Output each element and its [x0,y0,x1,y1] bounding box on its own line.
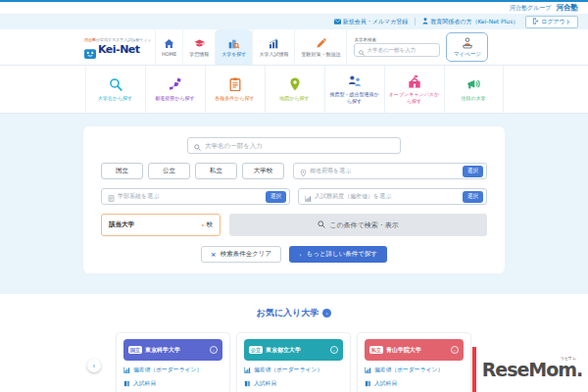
school-icon [408,74,421,90]
exam-subjects-link[interactable]: 入試科目 [244,379,343,388]
matched-unit: 校 [207,220,214,229]
type-national-button[interactable]: 国立 [101,163,143,179]
header-search-label: 大学名検索 [354,37,440,42]
category-open-campus[interactable]: オープンキャンパスから探す [384,66,444,113]
nav-exam-info[interactable]: 大学入試情報 [252,29,294,65]
register-link[interactable]: 新規会員・メルマガ登録 [334,18,409,26]
brand-bar: 河合塾グループ 河合塾 [0,2,588,14]
nav-home[interactable]: HOME [155,29,182,65]
carousel-left-button[interactable]: ‹ [87,359,101,372]
chevron-right-icon[interactable]: › [322,309,331,318]
header-search: 大学名検索 [354,29,440,65]
difficulty-select-button[interactable]: 選択 [463,191,483,203]
chevron-right-icon: › [451,346,459,354]
type-badge: 私立 [369,346,383,354]
kawaijuku-logo[interactable]: 河合塾 [557,3,579,13]
search-icon [194,136,201,155]
favorite-card-public: 公立 東京都立大学 › 偏差値（ボーダーライン） 入試科目 [236,332,351,392]
university-link[interactable]: 公立 東京都立大学 › [244,339,343,361]
search-band: 国立 公立 私立 大学校 都道府県を選ぶ 選択 学部系統を選ぶ 選択 [0,114,588,294]
category-by-recommendation[interactable]: 推薦型・総合型選抜から探す [324,66,384,113]
bar-chart-icon [269,38,279,50]
category-row: 大学名から探す 都道府県から探す 各種条件から探す 地図から探す 推薦型・総合型… [0,65,588,114]
grad-cap-icon [194,38,205,50]
main-header: 河合塾が提供する大学入試情報サイト Kei-Net HOME 学習情報 大学を探… [0,29,588,65]
resemom-watermark: リセマム ReseMom. [472,347,588,392]
border-line-link[interactable]: 偏差値（ボーダーライン） [365,366,464,374]
page: 河合塾グループ 河合塾 新規会員・メルマガ登録 教育関係者の方（Kei-Net … [0,0,588,392]
university-search-icon [228,38,239,50]
matched-universities-box: 該当大学 - 校 [101,214,220,236]
resemom-ruby: リセマム [561,357,576,361]
chart-icon [123,367,130,374]
resemom-logo: リセマム ReseMom. [476,361,588,379]
type-private-button[interactable]: 私立 [195,163,237,179]
type-badge: 公立 [249,346,263,354]
faculty-field[interactable]: 学部系統を選ぶ 選択 [101,188,290,205]
border-line-link[interactable]: 偏差値（ボーダーライン） [244,366,343,374]
educators-link[interactable]: 教育関係者の方（Kei-Net Plus） [422,18,518,26]
university-link[interactable]: 国立 東京科学大学 › [123,339,222,361]
map-pin-icon [300,162,307,180]
divider [415,18,416,25]
megaphone-icon [466,77,480,93]
category-by-prefecture[interactable]: 都道府県から探す [145,66,205,113]
clear-conditions-button[interactable]: × 検索条件全クリア [201,246,281,263]
university-link[interactable]: 私立 青山学院大学 › [365,339,464,361]
people-icon [348,74,362,90]
prefecture-field[interactable]: 都道府県を選ぶ 選択 [293,163,487,179]
exam-subjects-link[interactable]: 入試科目 [123,379,222,388]
japan-map-icon [169,77,182,93]
prefecture-select-button[interactable]: 選択 [463,166,483,177]
chart-icon [365,367,371,374]
mypage-person-icon [462,37,473,50]
utility-bar: 新規会員・メルマガ登録 教育関係者の方（Kei-Net Plus） ログアウト [0,14,588,29]
difficulty-field[interactable]: 入試難易度（偏差値）を選ぶ 選択 [298,188,487,205]
exam-subjects-link[interactable]: 入試科目 [365,379,464,388]
border-line-link[interactable]: 偏差値（ボーダーライン） [123,366,222,374]
favorite-card-private: 私立 青山学院大学 › 偏差値（ボーダーライン） 入試科目 [357,332,471,392]
close-icon: × [211,251,217,259]
category-by-conditions[interactable]: 各種条件から探す [205,66,265,113]
detailed-search-button[interactable]: › もっと詳しい条件で探す [289,246,387,263]
search-submit-button[interactable]: この条件で検索・表示 [229,214,487,236]
type-badge: 国立 [128,346,142,354]
university-name-input[interactable] [205,142,394,150]
category-by-name[interactable]: 大学名から探す [85,66,145,113]
type-college-button[interactable]: 大学校 [242,163,284,179]
clipboard-icon [228,77,242,93]
matched-label: 該当大学 [109,220,200,229]
search-icon [318,220,325,230]
bar-chart-icon [305,187,312,206]
mypage-button[interactable]: マイページ [446,32,488,62]
group-label: 河合塾グループ [510,4,551,13]
type-public-button[interactable]: 公立 [148,163,190,179]
keinet-logo-text: Kei-Net [98,43,140,56]
chevron-right-icon: › [299,251,301,258]
search-panel: 国立 公立 私立 大学校 都道府県を選ぶ 選択 学部系統を選ぶ 選択 [83,126,505,273]
map-pin-icon [288,77,302,93]
nav-find-university[interactable]: 大学を探す [215,29,252,65]
book-icon [123,380,130,388]
magnifier-icon [109,77,122,93]
favorites-title: お気に入り大学 › [0,307,588,319]
keinet-logo-icon [84,44,96,54]
nav-exam-prep[interactable]: 受験対策・勉強法 [294,29,347,65]
nav-study-info[interactable]: 学習情報 [182,29,215,65]
chevron-right-icon: › [210,346,218,354]
logout-button[interactable]: ログアウト [525,16,578,28]
pen-icon [316,38,326,50]
faculty-select-button[interactable]: 選択 [266,191,286,203]
category-by-map[interactable]: 地図から探す [265,66,324,113]
logout-icon [532,18,539,25]
category-featured[interactable]: 注目の大学 [444,66,504,113]
chart-icon [244,367,251,374]
mail-icon [334,19,341,25]
header-search-input[interactable] [367,47,435,53]
keinet-logo[interactable]: 河合塾が提供する大学入試情報サイト Kei-Net [84,29,155,65]
home-icon [164,38,174,50]
book-icon [365,380,371,388]
person-icon [422,18,428,25]
matched-count: - [202,221,205,229]
document-icon [108,187,115,206]
